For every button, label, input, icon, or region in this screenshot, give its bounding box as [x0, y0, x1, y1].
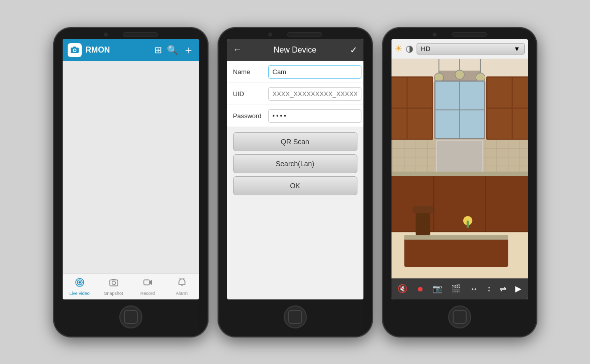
app-title: RMON [86, 46, 154, 55]
phone-3-speaker [452, 32, 487, 37]
svg-rect-54 [391, 171, 528, 176]
svg-rect-57 [404, 235, 508, 239]
home-button-inner-2 [288, 310, 302, 324]
grid-icon[interactable]: ⊞ [154, 45, 162, 56]
svg-rect-24 [487, 77, 511, 107]
contrast-icon[interactable]: ◑ [406, 43, 414, 54]
svg-rect-20 [408, 77, 432, 107]
tab-live-video-label: Live video [69, 291, 90, 296]
svg-marker-11 [149, 280, 152, 285]
password-label: Password [233, 112, 268, 120]
name-label: Name [233, 68, 268, 76]
form-buttons: QR Scan Search(Lan) OK [227, 127, 363, 200]
snapshot-icon [109, 277, 119, 290]
tab-alarm-label: Alarm [176, 291, 188, 296]
svg-rect-10 [144, 280, 149, 285]
header-icons: ⊞ 🔍 ＋ [154, 43, 194, 58]
uid-label: UID [233, 90, 268, 98]
snapshot-button-icon[interactable]: 📷 [433, 284, 443, 293]
phone-3-top-bar [382, 27, 537, 39]
qr-scan-button[interactable]: QR Scan [233, 132, 357, 151]
new-device-title: New Device [274, 46, 316, 55]
quality-value: HD [421, 45, 431, 53]
phone-1-content [63, 61, 199, 273]
back-button[interactable]: ← [233, 45, 242, 55]
phone-1-top-bar [53, 27, 209, 39]
phone-2: ← New Device ✓ Name UID Password [218, 27, 373, 337]
phone-1-speaker [123, 32, 158, 37]
camera-topbar: ☀ ◑ HD ▼ [391, 39, 528, 59]
move-vertical-icon[interactable]: ↕ [487, 284, 491, 293]
play-icon[interactable]: ▶ [515, 284, 521, 293]
live-video-icon [75, 277, 85, 290]
phone-1-bottom-bar [53, 299, 209, 337]
record-button-icon[interactable]: ⏺ [417, 285, 424, 293]
move-horizontal-icon[interactable]: ↔ [470, 284, 478, 293]
svg-rect-19 [391, 77, 407, 107]
tab-live-video[interactable]: Live video [63, 274, 97, 299]
camera-feed [391, 59, 528, 278]
tab-snapshot-label: Snapshot [104, 291, 123, 296]
confirm-button[interactable]: ✓ [350, 45, 357, 56]
svg-rect-27 [513, 109, 528, 139]
password-input[interactable] [268, 109, 361, 123]
svg-line-15 [183, 278, 184, 279]
home-button-3[interactable] [448, 305, 471, 328]
svg-rect-71 [413, 206, 433, 213]
svg-rect-52 [434, 175, 485, 231]
svg-rect-25 [513, 77, 528, 107]
phones-container: RMON ⊞ 🔍 ＋ [53, 27, 537, 337]
name-row: Name [227, 61, 363, 83]
phone-2-dot [268, 33, 272, 37]
flip-icon[interactable]: ⇌ [500, 284, 506, 293]
phone-2-top-bar [218, 27, 373, 39]
svg-point-6 [78, 281, 81, 283]
name-input[interactable] [268, 65, 361, 79]
camera-controls: 🔇 ⏺ 📷 🎬 ↔ ↕ ⇌ ▶ [391, 278, 528, 299]
password-row: Password [227, 105, 363, 127]
phone-3: ☀ ◑ HD ▼ [382, 27, 537, 337]
ok-button[interactable]: OK [233, 176, 357, 195]
alarm-icon [177, 277, 187, 290]
brightness-icon[interactable]: ☀ [395, 43, 403, 54]
dropdown-arrow: ▼ [514, 45, 520, 53]
new-device-form: Name UID Password QR Scan Search(Lan [227, 61, 363, 299]
phone-3-dot [433, 33, 437, 37]
quality-selector[interactable]: HD ▼ [417, 43, 525, 55]
phone-3-screen: ☀ ◑ HD ▼ [391, 39, 528, 299]
add-icon[interactable]: ＋ [183, 43, 194, 58]
svg-line-14 [179, 278, 180, 279]
home-button-inner-3 [453, 310, 467, 324]
uid-input[interactable] [268, 87, 361, 101]
record-icon [143, 277, 153, 290]
home-button-2[interactable] [284, 305, 307, 328]
svg-rect-53 [486, 175, 528, 231]
svg-point-8 [112, 281, 115, 284]
tab-bar: Live video Snapshot [63, 273, 199, 299]
new-device-header: ← New Device ✓ [227, 39, 363, 61]
svg-rect-9 [112, 279, 115, 280]
home-button-1[interactable] [119, 305, 142, 328]
phone-2-screen: ← New Device ✓ Name UID Password [227, 39, 363, 299]
phone-1-header: RMON ⊞ 🔍 ＋ [63, 39, 199, 61]
search-icon[interactable]: 🔍 [167, 45, 178, 56]
phone-2-speaker [287, 32, 322, 37]
tab-snapshot[interactable]: Snapshot [97, 274, 131, 299]
svg-rect-26 [487, 109, 511, 139]
video-icon[interactable]: 🎬 [451, 284, 461, 293]
phone-3-bottom-bar [382, 299, 537, 337]
uid-row: UID [227, 83, 363, 105]
tab-record[interactable]: Record [131, 274, 165, 299]
phone-2-bottom-bar [218, 299, 373, 337]
tab-alarm[interactable]: Alarm [165, 274, 199, 299]
mute-icon[interactable]: 🔇 [398, 284, 408, 293]
phone-1-dot [104, 33, 108, 37]
svg-point-2 [74, 49, 76, 51]
tab-record-label: Record [140, 291, 155, 296]
svg-rect-56 [404, 238, 508, 267]
search-lan-button[interactable]: Search(Lan) [233, 154, 357, 173]
phone-1: RMON ⊞ 🔍 ＋ [53, 27, 209, 337]
camera-logo-svg [70, 46, 79, 55]
svg-rect-3 [73, 47, 76, 48]
svg-rect-21 [391, 109, 407, 139]
